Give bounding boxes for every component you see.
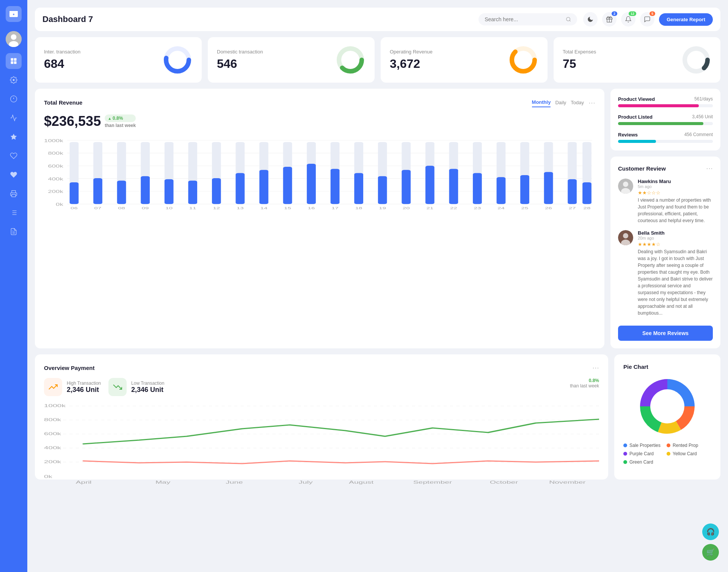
stat-row-product-listed: Product Listed 3,456 Unit (618, 114, 713, 125)
svg-text:18: 18 (355, 206, 362, 210)
svg-rect-4 (11, 58, 14, 61)
bell-btn[interactable]: 12 (621, 12, 635, 27)
stats-panel: Product Viewed 561/days Product Listed 3… (610, 89, 720, 150)
cart-button[interactable]: 🛒 (702, 544, 719, 561)
svg-rect-6 (11, 61, 14, 64)
svg-rect-5 (14, 58, 17, 61)
review-avatar-hawkins (618, 179, 633, 194)
revenue-header: Total Revenue Monthly Daily Today ⋯ (44, 98, 595, 107)
payment-menu-btn[interactable]: ⋯ (592, 364, 599, 372)
sidebar-logo (6, 6, 22, 22)
svg-text:17: 17 (331, 206, 339, 210)
svg-text:August: August (349, 480, 374, 484)
svg-rect-70 (259, 170, 268, 204)
svg-text:12: 12 (213, 206, 220, 210)
svg-text:25: 25 (521, 206, 529, 210)
tab-monthly[interactable]: Monthly (532, 98, 551, 107)
sidebar-item-dashboard[interactable] (6, 53, 22, 69)
svg-text:600k: 600k (48, 164, 63, 168)
stats-row: Inter. transaction 684 Domestic transact… (35, 37, 720, 83)
sidebar-item-document[interactable] (6, 224, 22, 240)
review-item: Hawkins Maru 5m ago ★★☆☆☆ I viewed a num… (618, 179, 713, 224)
gift-btn[interactable]: 2 (602, 12, 617, 27)
low-transaction-icon (108, 378, 127, 396)
legend-purple: Purple Card (623, 451, 661, 456)
revenue-menu-btn[interactable]: ⋯ (588, 99, 595, 107)
svg-rect-106 (544, 172, 553, 204)
svg-text:14: 14 (260, 206, 268, 210)
payment-line-chart: 1000k 800k 600k 400k 200k 0k April May J… (44, 402, 599, 470)
sidebar-item-star[interactable] (6, 129, 22, 145)
search-input[interactable] (485, 16, 563, 22)
stat-label-inter: Inter. transaction (44, 49, 80, 55)
svg-text:26: 26 (545, 206, 552, 210)
svg-rect-7 (14, 61, 17, 64)
right-side: Product Viewed 561/days Product Listed 3… (610, 89, 720, 348)
donut-revenue (508, 45, 538, 75)
revenue-pct-badge: ▲ 0.8% (105, 114, 136, 122)
svg-point-115 (623, 182, 628, 187)
svg-rect-76 (307, 164, 316, 204)
revenue-tabs: Monthly Daily Today (532, 98, 584, 107)
donut-expenses (681, 45, 711, 75)
legend-green: Green Card (623, 459, 661, 465)
search-icon (566, 16, 571, 22)
svg-rect-91 (425, 166, 435, 204)
sidebar-item-analytics[interactable] (6, 110, 22, 126)
header-actions: 2 12 5 Generate Report (583, 12, 713, 27)
donut-inter (162, 45, 193, 75)
high-transaction-icon (44, 378, 62, 396)
user-avatar[interactable] (6, 31, 22, 47)
stat-value-inter: 684 (44, 57, 80, 71)
review-avatar-bella (618, 230, 633, 245)
legend-rented: Rented Prop (667, 443, 704, 448)
svg-text:0k: 0k (56, 202, 63, 206)
stat-label-expenses: Total Expenses (563, 49, 596, 55)
svg-text:21: 21 (426, 206, 433, 210)
sidebar-item-list[interactable] (6, 205, 22, 221)
svg-rect-85 (378, 176, 387, 204)
search-box[interactable] (479, 13, 577, 25)
review-stars-bella: ★★★★☆ (638, 241, 713, 247)
pie-chart-svg (637, 376, 698, 437)
dark-mode-btn[interactable] (583, 12, 598, 27)
svg-marker-11 (11, 134, 17, 140)
review-menu-btn[interactable]: ⋯ (706, 164, 713, 172)
svg-rect-0 (9, 11, 18, 13)
stat-value-revenue: 3,672 (390, 57, 433, 71)
svg-text:16: 16 (308, 206, 315, 210)
payment-card: Overview Payment ⋯ High Transaction 2,34… (35, 354, 608, 480)
svg-text:10: 10 (165, 206, 173, 210)
svg-point-21 (566, 17, 570, 21)
svg-text:23: 23 (474, 206, 481, 210)
sidebar-item-info[interactable] (6, 91, 22, 107)
main-content: Dashboard 7 2 12 5 Generate Report (27, 0, 728, 572)
svg-text:22: 22 (450, 206, 457, 210)
sidebar-item-settings[interactable] (6, 72, 22, 88)
svg-text:November: November (549, 480, 586, 484)
svg-rect-64 (212, 178, 221, 204)
svg-text:07: 07 (94, 206, 102, 210)
svg-rect-88 (402, 170, 411, 204)
sidebar-item-heart-filled[interactable] (6, 167, 22, 183)
svg-text:15: 15 (284, 206, 291, 210)
svg-rect-67 (236, 173, 245, 204)
tab-daily[interactable]: Daily (555, 98, 566, 107)
svg-rect-79 (331, 169, 340, 204)
sidebar-item-print[interactable] (6, 186, 22, 202)
stat-card-revenue: Operating Revenue 3,672 (381, 37, 548, 83)
review-stars-hawkins: ★★☆☆☆ (638, 190, 713, 196)
svg-text:19: 19 (379, 206, 386, 210)
pay-stat-low: Low Transaction 2,346 Unit (108, 378, 164, 396)
page-title: Dashboard 7 (42, 14, 472, 24)
svg-text:September: September (413, 480, 452, 484)
see-more-reviews-button[interactable]: See More Reviews (618, 326, 713, 341)
generate-report-button[interactable]: Generate Report (659, 13, 713, 26)
tab-today[interactable]: Today (571, 98, 584, 107)
chat-btn[interactable]: 5 (640, 12, 654, 27)
svg-point-2 (11, 34, 17, 40)
svg-point-118 (623, 233, 628, 238)
svg-text:200k: 200k (48, 190, 63, 194)
support-button[interactable]: 🎧 (702, 523, 719, 540)
sidebar-item-favorites[interactable] (6, 148, 22, 164)
